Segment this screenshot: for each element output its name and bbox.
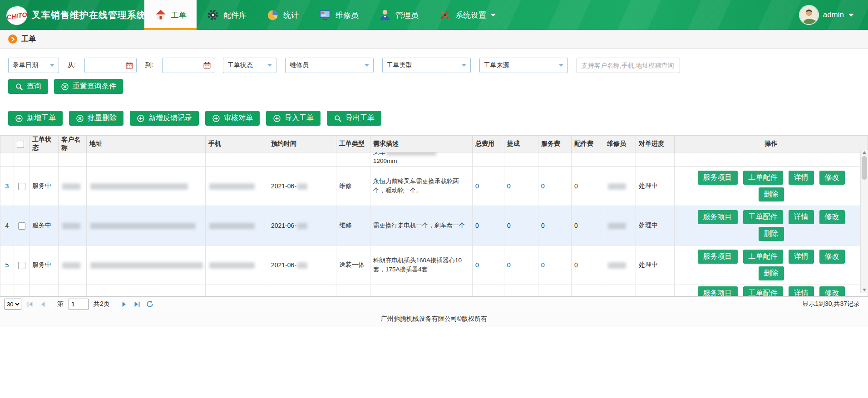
top-navbar: CHITO 叉车销售维护在线管理系统 工单配件库统计维修员管理员系统设置 adm…	[0, 0, 868, 30]
reset-filters-button[interactable]: 重置查询条件	[54, 79, 123, 94]
keyword-search-input[interactable]	[577, 58, 680, 73]
row-action-detail-button[interactable]: 详情	[789, 210, 814, 224]
cell-total-fee: 0	[473, 206, 504, 246]
vertical-scrollbar[interactable]	[860, 150, 868, 293]
calendar-icon[interactable]	[125, 61, 133, 69]
column-header[interactable]: 手机	[206, 136, 268, 152]
date-from-input[interactable]	[88, 62, 123, 69]
nav-item-label: 维修员	[335, 10, 359, 20]
nav-item-system-settings[interactable]: 系统设置	[429, 0, 506, 30]
divider	[115, 300, 115, 308]
scrollbar-track[interactable]	[861, 154, 868, 289]
cell-actions: 服务项目工单配件详情修改	[675, 285, 868, 296]
row-checkbox[interactable]	[18, 222, 25, 230]
row-action-delete-button[interactable]: 删除	[759, 187, 784, 201]
column-header[interactable]: 工单状态	[30, 136, 59, 152]
filter-select-order-status[interactable]: 工单状态	[223, 58, 276, 73]
row-action-delete-button[interactable]: 删除	[759, 266, 784, 280]
row-action-edit-button[interactable]: 修改	[819, 250, 845, 264]
batch-delete-button[interactable]: 批量删除	[69, 111, 123, 126]
cell-order-type: 维修	[336, 206, 370, 246]
search-icon	[15, 83, 23, 91]
page-size-select[interactable]: 30	[5, 299, 21, 310]
column-header[interactable]: 总费用	[473, 136, 504, 152]
row-action-edit-button[interactable]: 修改	[819, 171, 845, 185]
row-action-service-items-button[interactable]: 服务项目	[698, 250, 738, 264]
column-header[interactable]: 服务费	[538, 136, 572, 152]
audit-order-button[interactable]: 审核对单	[205, 111, 260, 126]
monitor-icon	[319, 9, 331, 21]
column-header[interactable]: 预约时间	[268, 136, 336, 152]
calendar-icon[interactable]	[203, 61, 211, 69]
date-from-field[interactable]	[84, 58, 137, 73]
redacted-text	[90, 183, 188, 190]
row-action-order-parts-button[interactable]: 工单配件	[743, 286, 783, 296]
column-header[interactable]: 对单进度	[636, 136, 675, 152]
caret-down-icon	[490, 13, 496, 17]
column-header[interactable]: 客户名称	[59, 136, 87, 152]
user-name: admin	[823, 10, 844, 20]
pie-chart-icon	[266, 9, 279, 21]
next-page-button[interactable]	[120, 300, 128, 308]
nav-item-administrator[interactable]: 管理员	[369, 0, 429, 30]
scroll-down-arrow[interactable]	[863, 289, 866, 291]
record-summary: 显示1到30,共37记录	[802, 300, 863, 308]
main-nav: 工单配件库统计维修员管理员系统设置	[144, 0, 506, 30]
user-menu[interactable]: admin	[799, 0, 868, 30]
redacted-text	[62, 183, 80, 190]
redacted-text	[209, 262, 255, 269]
redacted-text	[297, 183, 307, 190]
current-page-input[interactable]	[69, 299, 89, 310]
nav-item-label: 管理员	[395, 10, 419, 20]
import-orders-button[interactable]: 导入工单	[266, 111, 321, 126]
add-feedback-button[interactable]: 新增反馈记录	[130, 111, 199, 126]
export-orders-button[interactable]: 导出工单	[327, 111, 381, 126]
select-all-checkbox[interactable]	[17, 141, 24, 148]
filter-select-repairman[interactable]: 维修员	[285, 58, 374, 73]
page-title: 工单	[21, 34, 36, 44]
avatar[interactable]	[799, 5, 819, 25]
page-prefix: 第	[57, 300, 64, 308]
add-order-button[interactable]: 新增工单	[8, 111, 63, 126]
row-checkbox[interactable]	[18, 262, 25, 269]
scrollbar-thumb[interactable]	[862, 156, 867, 180]
row-action-order-parts-button[interactable]: 工单配件	[743, 210, 783, 224]
row-action-delete-button[interactable]: 删除	[759, 227, 784, 241]
last-page-button[interactable]	[133, 300, 141, 308]
redacted-text	[90, 223, 196, 229]
refresh-button[interactable]	[146, 300, 154, 308]
column-header[interactable]: 操作	[675, 136, 868, 152]
button-label: 导入工单	[285, 113, 314, 123]
row-action-detail-button[interactable]: 详情	[789, 171, 814, 185]
date-to-input[interactable]	[165, 62, 201, 69]
nav-item-work-order[interactable]: 工单	[144, 0, 197, 30]
filter-select-order-source[interactable]: 工单来源	[479, 58, 568, 73]
column-header[interactable]: 配件费	[572, 136, 604, 152]
column-header[interactable]: 工单类型	[336, 136, 370, 152]
nav-item-repairman[interactable]: 维修员	[309, 0, 369, 30]
row-action-edit-button[interactable]: 修改	[819, 286, 845, 296]
column-header[interactable]: 需求描述	[370, 136, 473, 152]
divider	[52, 300, 52, 308]
date-to-field[interactable]	[162, 58, 214, 73]
row-action-detail-button[interactable]: 详情	[789, 250, 814, 264]
row-action-service-items-button[interactable]: 服务项目	[698, 210, 738, 224]
filter-select-date-type[interactable]: 录单日期	[8, 58, 59, 73]
row-action-service-items-button[interactable]: 服务项目	[698, 171, 738, 185]
filter-select-order-type[interactable]: 工单类型	[382, 58, 471, 73]
first-page-button[interactable]	[26, 300, 34, 308]
cell-service-fee: 0	[538, 206, 572, 246]
row-action-edit-button[interactable]: 修改	[819, 210, 845, 224]
column-header[interactable]: 提成	[504, 136, 538, 152]
search-button[interactable]: 查询	[8, 79, 48, 94]
column-header[interactable]: 地址	[87, 136, 206, 152]
row-action-service-items-button[interactable]: 服务项目	[698, 286, 738, 296]
row-checkbox[interactable]	[18, 183, 25, 190]
nav-item-statistics[interactable]: 统计	[256, 0, 309, 30]
nav-item-parts-library[interactable]: 配件库	[197, 0, 256, 30]
prev-page-button[interactable]	[39, 300, 47, 308]
column-header[interactable]: 维修员	[604, 136, 636, 152]
row-action-order-parts-button[interactable]: 工单配件	[743, 171, 783, 185]
row-action-detail-button[interactable]: 详情	[789, 286, 814, 296]
row-action-order-parts-button[interactable]: 工单配件	[743, 250, 783, 264]
